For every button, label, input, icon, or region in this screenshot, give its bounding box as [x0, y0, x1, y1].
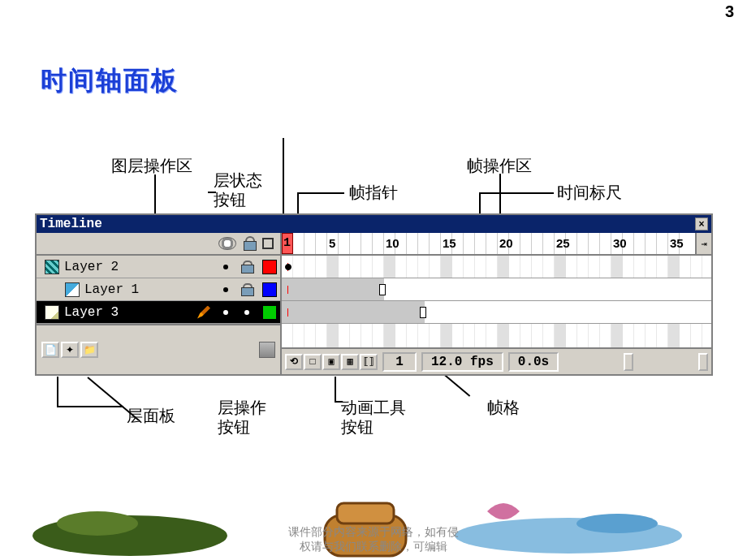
fps-box: 12.0 fps [421, 352, 503, 372]
time-ruler[interactable]: 1 5 10 15 20 25 30 35 ⇥ [282, 233, 711, 256]
timeline-titlebar[interactable]: Timeline × [37, 215, 711, 233]
elapsed-time-box: 0.0s [508, 352, 559, 372]
svg-point-1 [57, 511, 138, 536]
leader-line [297, 192, 299, 215]
anim-tool-button[interactable]: ⟲ [285, 354, 303, 370]
tick-label: 35 [670, 236, 684, 250]
svg-point-2 [455, 518, 682, 554]
layer-row[interactable]: Layer 1 [37, 278, 280, 301]
layer-type-icon [45, 305, 59, 320]
footer-disclaimer: 课件部分内容来源于网络，如有侵 权请与我们联系删除，可编辑 [288, 524, 459, 554]
label-frame-cell: 帧格 [487, 398, 520, 417]
lock-icon[interactable] [241, 261, 253, 274]
layer-row-selected[interactable]: Layer 3 [37, 301, 280, 324]
layer-name: Layer 1 [84, 282, 215, 297]
track-row[interactable] [282, 256, 711, 278]
label-layer-ops-btns: 层操作 按钮 [218, 398, 266, 437]
frame-end-icon[interactable] [379, 284, 386, 295]
leader-line [57, 377, 58, 406]
frames-column: 1 5 10 15 20 25 30 35 ⇥ [282, 233, 711, 374]
leader-line [87, 377, 139, 420]
tick-label: 5 [329, 236, 335, 250]
current-frame-box: 1 [382, 352, 417, 372]
leader-line [297, 192, 344, 194]
layer-footer: 📄 ✦ 📁 [37, 324, 280, 374]
label-frame-ops-area: 帧操作区 [467, 156, 532, 175]
label-anim-tool-btns: 动画工具 按钮 [341, 398, 406, 437]
eye-icon[interactable] [218, 237, 236, 250]
leader-line [479, 192, 554, 194]
page-number: 3 [725, 2, 734, 21]
leader-line [499, 174, 501, 214]
timeline-panel: Timeline × Layer 2 Layer 1 [35, 213, 713, 376]
anim-tool-button[interactable]: ⟦⟧ [360, 354, 378, 370]
timeline-title-text: Timeline [40, 217, 102, 231]
layer-name: Layer 2 [64, 260, 215, 274]
lock-icon[interactable] [241, 283, 253, 296]
pencil-icon [197, 306, 210, 319]
leader-line [479, 192, 481, 215]
layer-type-icon [65, 282, 80, 297]
ruler-ticks: 5 10 15 20 25 30 35 [282, 233, 695, 254]
layer-type-icon [45, 260, 59, 274]
visibility-dot-icon[interactable] [223, 265, 228, 269]
layer-color-swatch[interactable] [262, 260, 277, 274]
leader-line [335, 377, 336, 401]
layer-row[interactable]: Layer 2 [37, 256, 280, 278]
add-folder-button[interactable]: 📁 [80, 342, 98, 358]
anim-tool-button[interactable]: ▣ [322, 354, 340, 370]
add-layer-button[interactable]: 📄 [41, 342, 59, 358]
layer-color-swatch[interactable] [262, 282, 277, 297]
trash-icon[interactable] [259, 342, 275, 358]
anim-tool-button[interactable]: ▦ [341, 354, 359, 370]
visibility-dot-icon[interactable] [223, 287, 228, 292]
lock-dot-icon[interactable] [244, 310, 249, 315]
layer-column: Layer 2 Layer 1 Layer 3 [37, 233, 282, 374]
add-guide-button[interactable]: ✦ [61, 342, 79, 358]
leader-line [335, 401, 343, 403]
label-layer-ops-area: 图层操作区 [111, 156, 192, 175]
lock-icon[interactable] [243, 236, 256, 251]
anim-tool-buttons: ⟲ □ ▣ ▦ ⟦⟧ [285, 354, 378, 370]
track-row[interactable] [282, 301, 711, 324]
slide-heading: 时间轴面板 [41, 63, 179, 99]
outline-toggle-icon[interactable] [262, 238, 274, 249]
frame-end-icon[interactable] [420, 307, 426, 318]
leader-line [208, 192, 216, 193]
layer-color-swatch[interactable] [262, 305, 277, 320]
frames-footer: ⟲ □ ▣ ▦ ⟦⟧ 1 12.0 fps 0.0s [282, 347, 711, 374]
label-frame-pointer: 帧指针 [349, 183, 398, 202]
svg-rect-5 [337, 503, 394, 523]
svg-point-3 [576, 514, 658, 533]
layer-name: Layer 3 [64, 305, 197, 320]
track-row[interactable] [282, 278, 711, 301]
close-icon[interactable]: × [695, 218, 708, 230]
leader-line [154, 174, 156, 213]
leader-line [57, 406, 123, 407]
svg-point-0 [32, 515, 227, 556]
keyframe-icon[interactable] [285, 264, 291, 270]
leader-line [283, 138, 284, 213]
layer-header [37, 233, 280, 256]
label-layer-status-btns: 层状态 按钮 [214, 170, 262, 209]
ruler-end-button[interactable]: ⇥ [695, 233, 711, 254]
scroll-handle[interactable] [698, 353, 708, 371]
anim-tool-button[interactable]: □ [304, 354, 322, 370]
visibility-dot-icon[interactable] [223, 310, 228, 315]
playhead-frame: 1 [283, 236, 291, 250]
tracks-area[interactable] [282, 256, 711, 347]
scroll-handle[interactable] [624, 353, 633, 371]
label-time-ruler: 时间标尺 [557, 183, 622, 202]
